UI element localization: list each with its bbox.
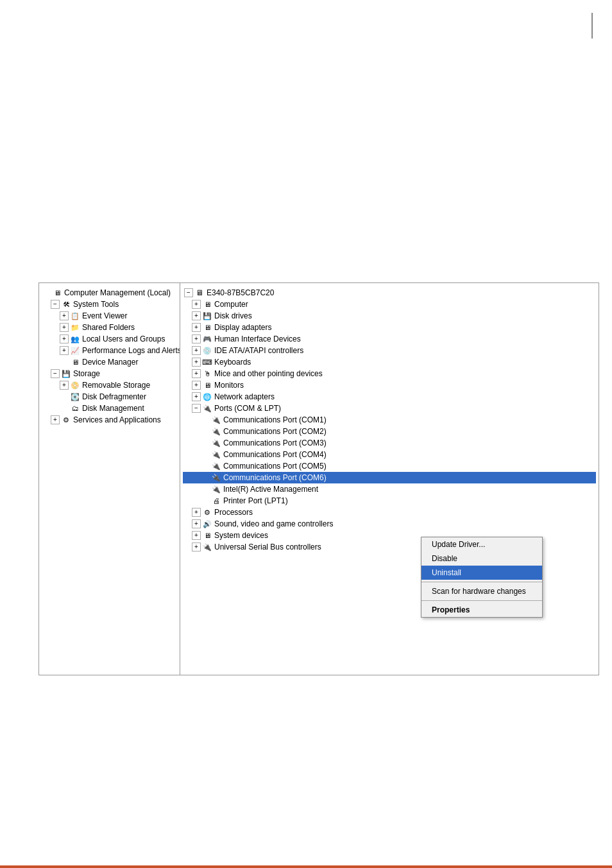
expand-icon[interactable]: + — [192, 508, 201, 517]
right-tree-item-network-adapters[interactable]: +🌐Network adapters — [183, 391, 596, 403]
left-tree-pane: 🖥Computer Management (Local)−🛠System Too… — [39, 283, 180, 675]
collapse-icon[interactable]: − — [184, 288, 193, 297]
context-menu-separator — [421, 582, 542, 582]
context-menu-item-uninstall[interactable]: Uninstall — [421, 566, 542, 580]
expand-icon[interactable]: + — [192, 542, 201, 551]
bottom-accent-line — [0, 865, 612, 868]
tree-icon-event-viewer: 📋 — [70, 311, 80, 321]
collapse-icon[interactable]: − — [51, 300, 60, 309]
right-tree-item-display-adapters[interactable]: +🖥Display adapters — [183, 322, 596, 333]
collapse-icon[interactable]: − — [192, 404, 201, 413]
sidebar-item-event-viewer[interactable]: +📋Event Viewer — [42, 310, 177, 322]
tree-label-system-tools: System Tools — [73, 300, 119, 309]
right-tree-item-com5[interactable]: 🔌Communications Port (COM5) — [183, 460, 596, 472]
expand-icon[interactable]: + — [192, 311, 201, 320]
tree-label-disk-defrag: Disk Defragmenter — [82, 392, 146, 401]
tree-icon-shared-folders: 📁 — [70, 322, 80, 333]
expand-icon[interactable]: + — [51, 415, 60, 424]
tree-icon-usb-controllers: 🔌 — [202, 542, 212, 552]
sidebar-item-removable-storage[interactable]: +📀Removable Storage — [42, 379, 177, 391]
expand-icon[interactable]: + — [60, 334, 69, 343]
expand-icon[interactable]: + — [192, 323, 201, 332]
tree-icon-local-users: 👥 — [70, 334, 80, 344]
tree-label-intel-mgmt: Intel(R) Active Management — [223, 485, 318, 494]
tree-label-com5: Communications Port (COM5) — [223, 462, 327, 471]
expand-icon[interactable]: + — [192, 369, 201, 378]
tree-label-display-adapters: Display adapters — [214, 323, 271, 332]
tree-icon-ide-ata: 💿 — [202, 345, 212, 356]
right-tree-item-com4[interactable]: 🔌Communications Port (COM4) — [183, 449, 596, 460]
right-tree-item-keyboards[interactable]: +⌨Keyboards — [183, 356, 596, 368]
tree-label-ide-ata: IDE ATA/ATAPI controllers — [214, 346, 303, 355]
context-menu-item-disable[interactable]: Disable — [421, 551, 542, 566]
context-menu-item-properties[interactable]: Properties — [421, 603, 542, 617]
tree-label-perf-logs: Performance Logs and Alerts — [82, 346, 180, 355]
right-tree-item-ports[interactable]: −🔌Ports (COM & LPT) — [183, 403, 596, 414]
expand-icon[interactable]: + — [60, 346, 69, 355]
right-tree-item-com3[interactable]: 🔌Communications Port (COM3) — [183, 437, 596, 449]
sidebar-item-device-manager[interactable]: 🖥Device Manager — [42, 356, 177, 368]
sidebar-item-disk-mgmt[interactable]: 🗂Disk Management — [42, 403, 177, 414]
expand-icon[interactable]: + — [60, 381, 69, 390]
sidebar-item-shared-folders[interactable]: +📁Shared Folders — [42, 322, 177, 333]
expand-icon[interactable]: + — [192, 392, 201, 401]
context-menu: Update Driver...DisableUninstallScan for… — [421, 537, 543, 618]
expand-icon[interactable]: + — [60, 311, 69, 320]
right-tree-item-sound-video[interactable]: +🔊Sound, video and game controllers — [183, 518, 596, 530]
context-menu-item-update-driver[interactable]: Update Driver... — [421, 537, 542, 551]
tree-icon-com1: 🔌 — [211, 415, 221, 425]
left-tree: 🖥Computer Management (Local)−🛠System Too… — [42, 287, 177, 426]
right-tree-root[interactable]: −🖥E340-87B5CB7C20 — [183, 287, 596, 299]
sidebar-item-system-tools[interactable]: −🛠System Tools — [42, 299, 177, 310]
right-tree-item-monitors[interactable]: +🖥Monitors — [183, 379, 596, 391]
expand-icon[interactable]: + — [192, 531, 201, 540]
tree-icon-disk-mgmt: 🗂 — [70, 403, 80, 413]
expand-icon[interactable]: + — [192, 519, 201, 528]
sidebar-item-computer-mgmt[interactable]: 🖥Computer Management (Local) — [42, 287, 177, 299]
tree-icon-intel-mgmt: 🔌 — [211, 484, 221, 494]
tree-label-shared-folders: Shared Folders — [82, 323, 135, 332]
expand-icon[interactable]: + — [192, 334, 201, 343]
right-tree-item-com2[interactable]: 🔌Communications Port (COM2) — [183, 426, 596, 437]
sidebar-item-services-apps[interactable]: +⚙Services and Applications — [42, 414, 177, 426]
right-tree-item-hid[interactable]: +🎮Human Interface Devices — [183, 333, 596, 345]
tree-icon-processors: ⚙ — [202, 507, 212, 517]
expand-icon[interactable]: + — [192, 358, 201, 367]
tree-label-services-apps: Services and Applications — [73, 415, 161, 424]
right-tree-item-disk-drives[interactable]: +💾Disk drives — [183, 310, 596, 322]
tree-icon-perf-logs: 📈 — [70, 345, 80, 356]
tree-label-printer-port: Printer Port (LPT1) — [223, 496, 288, 505]
right-tree-item-printer-port[interactable]: 🖨Printer Port (LPT1) — [183, 495, 596, 507]
right-tree-pane: −🖥E340-87B5CB7C20+🖥Computer+💾Disk drives… — [180, 283, 599, 675]
sidebar-item-disk-defrag[interactable]: 💽Disk Defragmenter — [42, 391, 177, 403]
expand-icon[interactable]: + — [60, 323, 69, 332]
tree-icon-system-devices: 🖥 — [202, 530, 212, 541]
tree-icon-root: 🖥 — [194, 288, 205, 298]
tree-icon-keyboards: ⌨ — [202, 357, 212, 367]
right-tree-item-ide-ata[interactable]: +💿IDE ATA/ATAPI controllers — [183, 345, 596, 356]
tree-label-computer-mgmt: Computer Management (Local) — [64, 288, 171, 297]
tree-icon-com2: 🔌 — [211, 426, 221, 437]
right-tree-item-com6[interactable]: 🔌Communications Port (COM6) — [183, 472, 596, 483]
expand-icon[interactable]: + — [192, 300, 201, 309]
right-tree-item-com1[interactable]: 🔌Communications Port (COM1) — [183, 414, 596, 426]
tree-icon-monitors: 🖥 — [202, 380, 212, 390]
right-tree-item-processors[interactable]: +⚙Processors — [183, 507, 596, 518]
expand-icon[interactable]: + — [192, 381, 201, 390]
expand-icon[interactable]: + — [192, 346, 201, 355]
right-tree-item-mice[interactable]: +🖱Mice and other pointing devices — [183, 368, 596, 379]
context-menu-item-scan-hardware[interactable]: Scan for hardware changes — [421, 584, 542, 598]
tree-icon-com5: 🔌 — [211, 461, 221, 471]
tree-label-device-manager: Device Manager — [82, 358, 138, 367]
sidebar-item-perf-logs[interactable]: +📈Performance Logs and Alerts — [42, 345, 177, 356]
right-tree-item-intel-mgmt[interactable]: 🔌Intel(R) Active Management — [183, 483, 596, 495]
context-menu-separator — [421, 600, 542, 601]
sidebar-item-local-users[interactable]: +👥Local Users and Groups — [42, 333, 177, 345]
sidebar-item-storage[interactable]: −💾Storage — [42, 368, 177, 379]
right-tree-item-computer[interactable]: +🖥Computer — [183, 299, 596, 310]
collapse-icon[interactable]: − — [51, 369, 60, 378]
right-tree: −🖥E340-87B5CB7C20+🖥Computer+💾Disk drives… — [183, 287, 596, 553]
top-vertical-line — [591, 13, 593, 39]
tree-label-removable-storage: Removable Storage — [82, 381, 150, 390]
tree-icon-com4: 🔌 — [211, 449, 221, 460]
